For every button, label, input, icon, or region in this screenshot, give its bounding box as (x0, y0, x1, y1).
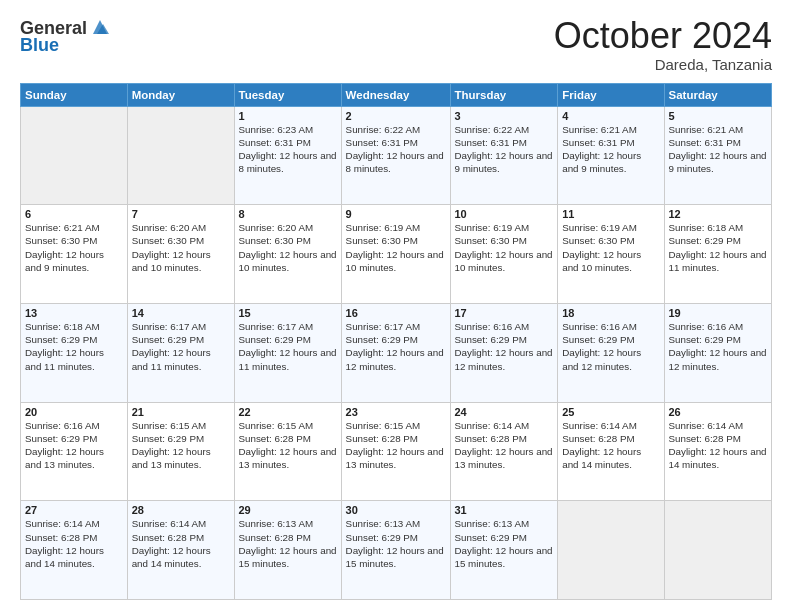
header: General Blue October 2024 Dareda, Tanzan… (20, 16, 772, 73)
day-info: Sunrise: 6:18 AMSunset: 6:29 PMDaylight:… (669, 221, 768, 274)
day-info: Sunrise: 6:22 AMSunset: 6:31 PMDaylight:… (346, 123, 446, 176)
day-number: 28 (132, 504, 230, 516)
col-sunday: Sunday (21, 83, 128, 106)
day-info: Sunrise: 6:15 AMSunset: 6:28 PMDaylight:… (346, 419, 446, 472)
day-number: 8 (239, 208, 337, 220)
col-monday: Monday (127, 83, 234, 106)
day-number: 15 (239, 307, 337, 319)
day-info: Sunrise: 6:19 AMSunset: 6:30 PMDaylight:… (346, 221, 446, 274)
day-info: Sunrise: 6:21 AMSunset: 6:31 PMDaylight:… (669, 123, 768, 176)
day-info: Sunrise: 6:17 AMSunset: 6:29 PMDaylight:… (132, 320, 230, 373)
calendar-cell: 3Sunrise: 6:22 AMSunset: 6:31 PMDaylight… (450, 106, 558, 205)
calendar-cell (21, 106, 128, 205)
day-number: 14 (132, 307, 230, 319)
day-info: Sunrise: 6:15 AMSunset: 6:29 PMDaylight:… (132, 419, 230, 472)
calendar-cell: 7Sunrise: 6:20 AMSunset: 6:30 PMDaylight… (127, 205, 234, 304)
day-info: Sunrise: 6:16 AMSunset: 6:29 PMDaylight:… (669, 320, 768, 373)
day-number: 5 (669, 110, 768, 122)
day-info: Sunrise: 6:14 AMSunset: 6:28 PMDaylight:… (669, 419, 768, 472)
day-number: 1 (239, 110, 337, 122)
calendar-cell: 4Sunrise: 6:21 AMSunset: 6:31 PMDaylight… (558, 106, 664, 205)
day-info: Sunrise: 6:13 AMSunset: 6:29 PMDaylight:… (455, 517, 554, 570)
col-wednesday: Wednesday (341, 83, 450, 106)
day-number: 27 (25, 504, 123, 516)
calendar-cell: 21Sunrise: 6:15 AMSunset: 6:29 PMDayligh… (127, 402, 234, 501)
calendar-cell: 23Sunrise: 6:15 AMSunset: 6:28 PMDayligh… (341, 402, 450, 501)
calendar-week-3: 13Sunrise: 6:18 AMSunset: 6:29 PMDayligh… (21, 303, 772, 402)
calendar-header-row: Sunday Monday Tuesday Wednesday Thursday… (21, 83, 772, 106)
day-number: 11 (562, 208, 659, 220)
calendar-cell: 8Sunrise: 6:20 AMSunset: 6:30 PMDaylight… (234, 205, 341, 304)
day-info: Sunrise: 6:21 AMSunset: 6:30 PMDaylight:… (25, 221, 123, 274)
calendar-cell (558, 501, 664, 600)
calendar-cell (127, 106, 234, 205)
calendar-cell: 1Sunrise: 6:23 AMSunset: 6:31 PMDaylight… (234, 106, 341, 205)
day-info: Sunrise: 6:20 AMSunset: 6:30 PMDaylight:… (132, 221, 230, 274)
day-number: 6 (25, 208, 123, 220)
day-info: Sunrise: 6:16 AMSunset: 6:29 PMDaylight:… (562, 320, 659, 373)
day-number: 26 (669, 406, 768, 418)
col-saturday: Saturday (664, 83, 772, 106)
day-info: Sunrise: 6:14 AMSunset: 6:28 PMDaylight:… (132, 517, 230, 570)
calendar-cell: 16Sunrise: 6:17 AMSunset: 6:29 PMDayligh… (341, 303, 450, 402)
month-title: October 2024 (554, 16, 772, 56)
calendar-cell: 9Sunrise: 6:19 AMSunset: 6:30 PMDaylight… (341, 205, 450, 304)
day-info: Sunrise: 6:19 AMSunset: 6:30 PMDaylight:… (562, 221, 659, 274)
day-info: Sunrise: 6:17 AMSunset: 6:29 PMDaylight:… (346, 320, 446, 373)
calendar-cell: 14Sunrise: 6:17 AMSunset: 6:29 PMDayligh… (127, 303, 234, 402)
calendar-cell: 10Sunrise: 6:19 AMSunset: 6:30 PMDayligh… (450, 205, 558, 304)
calendar-cell: 15Sunrise: 6:17 AMSunset: 6:29 PMDayligh… (234, 303, 341, 402)
day-number: 3 (455, 110, 554, 122)
location: Dareda, Tanzania (554, 56, 772, 73)
calendar-cell: 27Sunrise: 6:14 AMSunset: 6:28 PMDayligh… (21, 501, 128, 600)
day-number: 31 (455, 504, 554, 516)
calendar-cell: 6Sunrise: 6:21 AMSunset: 6:30 PMDaylight… (21, 205, 128, 304)
day-number: 30 (346, 504, 446, 516)
day-number: 19 (669, 307, 768, 319)
day-info: Sunrise: 6:19 AMSunset: 6:30 PMDaylight:… (455, 221, 554, 274)
day-info: Sunrise: 6:18 AMSunset: 6:29 PMDaylight:… (25, 320, 123, 373)
day-number: 10 (455, 208, 554, 220)
day-info: Sunrise: 6:14 AMSunset: 6:28 PMDaylight:… (455, 419, 554, 472)
calendar-cell: 5Sunrise: 6:21 AMSunset: 6:31 PMDaylight… (664, 106, 772, 205)
calendar-cell: 31Sunrise: 6:13 AMSunset: 6:29 PMDayligh… (450, 501, 558, 600)
day-info: Sunrise: 6:16 AMSunset: 6:29 PMDaylight:… (455, 320, 554, 373)
day-number: 22 (239, 406, 337, 418)
calendar-cell: 13Sunrise: 6:18 AMSunset: 6:29 PMDayligh… (21, 303, 128, 402)
calendar-week-4: 20Sunrise: 6:16 AMSunset: 6:29 PMDayligh… (21, 402, 772, 501)
calendar: Sunday Monday Tuesday Wednesday Thursday… (20, 83, 772, 600)
calendar-cell: 30Sunrise: 6:13 AMSunset: 6:29 PMDayligh… (341, 501, 450, 600)
day-number: 24 (455, 406, 554, 418)
logo-blue: Blue (20, 36, 59, 54)
logo: General Blue (20, 16, 111, 54)
col-friday: Friday (558, 83, 664, 106)
day-number: 29 (239, 504, 337, 516)
calendar-cell (664, 501, 772, 600)
day-info: Sunrise: 6:22 AMSunset: 6:31 PMDaylight:… (455, 123, 554, 176)
calendar-cell: 20Sunrise: 6:16 AMSunset: 6:29 PMDayligh… (21, 402, 128, 501)
col-thursday: Thursday (450, 83, 558, 106)
calendar-week-1: 1Sunrise: 6:23 AMSunset: 6:31 PMDaylight… (21, 106, 772, 205)
day-info: Sunrise: 6:13 AMSunset: 6:29 PMDaylight:… (346, 517, 446, 570)
day-info: Sunrise: 6:16 AMSunset: 6:29 PMDaylight:… (25, 419, 123, 472)
day-number: 9 (346, 208, 446, 220)
page: General Blue October 2024 Dareda, Tanzan… (0, 0, 792, 612)
day-number: 21 (132, 406, 230, 418)
day-info: Sunrise: 6:17 AMSunset: 6:29 PMDaylight:… (239, 320, 337, 373)
calendar-cell: 12Sunrise: 6:18 AMSunset: 6:29 PMDayligh… (664, 205, 772, 304)
calendar-cell: 25Sunrise: 6:14 AMSunset: 6:28 PMDayligh… (558, 402, 664, 501)
day-info: Sunrise: 6:20 AMSunset: 6:30 PMDaylight:… (239, 221, 337, 274)
day-info: Sunrise: 6:21 AMSunset: 6:31 PMDaylight:… (562, 123, 659, 176)
day-number: 12 (669, 208, 768, 220)
calendar-cell: 11Sunrise: 6:19 AMSunset: 6:30 PMDayligh… (558, 205, 664, 304)
day-number: 16 (346, 307, 446, 319)
day-info: Sunrise: 6:23 AMSunset: 6:31 PMDaylight:… (239, 123, 337, 176)
day-info: Sunrise: 6:14 AMSunset: 6:28 PMDaylight:… (562, 419, 659, 472)
calendar-cell: 22Sunrise: 6:15 AMSunset: 6:28 PMDayligh… (234, 402, 341, 501)
day-number: 25 (562, 406, 659, 418)
day-number: 17 (455, 307, 554, 319)
title-block: October 2024 Dareda, Tanzania (554, 16, 772, 73)
day-number: 7 (132, 208, 230, 220)
calendar-cell: 19Sunrise: 6:16 AMSunset: 6:29 PMDayligh… (664, 303, 772, 402)
day-info: Sunrise: 6:15 AMSunset: 6:28 PMDaylight:… (239, 419, 337, 472)
